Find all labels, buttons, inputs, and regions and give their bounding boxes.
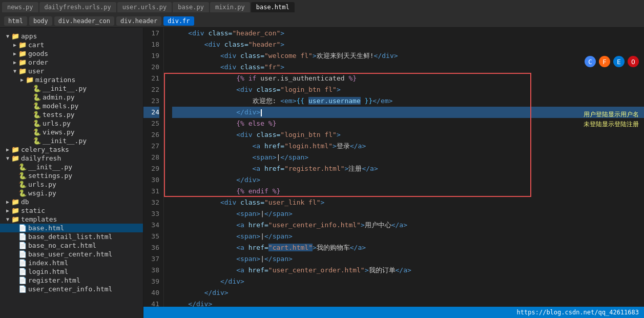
main-area: ▼ 📁 apps ▶ 📁 cart ▶ 📁 goods ▶ 📁 order xyxy=(0,28,644,318)
sidebar-item-login-html[interactable]: 📄 login.html xyxy=(0,267,143,276)
sidebar-item-cart[interactable]: ▶ 📁 cart xyxy=(0,41,143,49)
code-line-40: </div> xyxy=(172,287,644,299)
code-line-36: <a href="cart.html">我的购物车</a> xyxy=(172,242,644,253)
sidebar-item-tests-py[interactable]: 🐍 tests.py xyxy=(0,110,143,119)
sidebar-item-init-py-user[interactable]: 🐍 __init__.py xyxy=(0,84,143,93)
status-url: https://blog.csdn.net/qq_42611683 xyxy=(517,309,639,316)
code-editor[interactable]: C F E O 17 18 19 20 21 22 23 24 25 26 27… xyxy=(143,28,644,318)
code-line-23: 欢迎您: <em>{{ user.username }}</em> xyxy=(172,95,644,107)
firefox-icon: F xyxy=(599,56,610,67)
sidebar-item-celery[interactable]: ▶ 📁 celery_tasks xyxy=(0,145,143,154)
tab-bar: news.py dailyfresh.urls.py user.urls.py … xyxy=(0,0,644,14)
line-numbers: 17 18 19 20 21 22 23 24 25 26 27 28 29 3… xyxy=(143,28,164,307)
chrome-icon: C xyxy=(585,56,596,67)
code-line-25: {% else %} xyxy=(172,118,644,129)
sidebar-item-apps[interactable]: ▼ 📁 apps xyxy=(0,32,143,41)
sidebar-item-templates[interactable]: ▼ 📁 templates xyxy=(0,215,143,224)
code-content[interactable]: 17 18 19 20 21 22 23 24 25 26 27 28 29 3… xyxy=(143,28,644,307)
sidebar-item-index-html[interactable]: 📄 index.html xyxy=(0,259,143,267)
sidebar-item-db[interactable]: ▶ 📁 db xyxy=(0,197,143,206)
sidebar-item-order[interactable]: ▶ 📁 order xyxy=(0,58,143,67)
code-lines[interactable]: 用户登陆显示用户名 未登陆显示登陆注册 <div class="header_c… xyxy=(164,28,644,307)
sidebar-item-user[interactable]: ▼ 📁 user xyxy=(0,67,143,75)
code-line-30: </div> xyxy=(172,174,644,186)
code-line-17: <div class="header_con"> xyxy=(172,28,644,39)
sidebar-item-goods[interactable]: ▶ 📁 goods xyxy=(0,49,143,58)
tab-base-py[interactable]: base.py xyxy=(173,2,209,12)
tab-user-urls[interactable]: user.urls.py xyxy=(117,2,172,12)
sidebar-item-base-user-center[interactable]: 📄 base_user_center.html xyxy=(0,250,143,259)
sidebar-item-base-no-cart[interactable]: 📄 base_no_cart.html xyxy=(0,241,143,250)
sidebar-item-views-py[interactable]: 🐍 views.py xyxy=(0,128,143,136)
sidebar-item-static[interactable]: ▶ 📁 static xyxy=(0,206,143,215)
tab-base-html[interactable]: base.html xyxy=(251,2,295,12)
code-line-32: <div class="user_link fl"> xyxy=(172,197,644,208)
tab-dailyfresh-urls[interactable]: dailyfresh.urls.py xyxy=(39,2,116,12)
code-line-21: {% if user.is_authenticated %} xyxy=(172,73,644,84)
code-line-26: <div class="login_btn fl"> xyxy=(172,129,644,141)
sidebar-item-wsgi[interactable]: 🐍 wsgi.py xyxy=(0,189,143,197)
sidebar-item-base-html[interactable]: 📄 base.html xyxy=(0,224,143,232)
code-line-24: </div> xyxy=(172,107,644,118)
browser-icons: C F E O xyxy=(585,56,639,67)
code-line-18: <div class="header"> xyxy=(172,39,644,50)
code-line-35: <span>|</span> xyxy=(172,231,644,242)
opera-icon: O xyxy=(628,56,639,67)
code-line-34: <a href="user_center_info.html">用户中心</a> xyxy=(172,220,644,231)
sidebar: ▼ 📁 apps ▶ 📁 cart ▶ 📁 goods ▶ 📁 order xyxy=(0,28,143,318)
breadcrumb-header-con[interactable]: div.header_con xyxy=(54,16,114,26)
tab-mixin-py[interactable]: mixin.py xyxy=(210,2,250,12)
sidebar-item-user-center-info[interactable]: 📄 user_center_info.html xyxy=(0,285,143,293)
code-line-41: </div> xyxy=(172,299,644,307)
code-line-19: <div class="welcome fl">欢迎来到天天生鲜!</div> xyxy=(172,50,644,62)
code-line-31: {% endif %} xyxy=(172,186,644,197)
code-line-20: <div class="fr"> xyxy=(172,62,644,73)
annotation-line1: 用户登陆显示用户名 xyxy=(584,110,639,120)
sidebar-item-dailyfresh[interactable]: ▼ 📁 dailyfresh xyxy=(0,154,143,163)
tab-news-py[interactable]: news.py xyxy=(2,2,38,12)
status-bar: https://blog.csdn.net/qq_42611683 xyxy=(143,307,644,318)
code-line-22: <div class="login_btn fl"> xyxy=(172,84,644,95)
sidebar-item-migrations[interactable]: ▶ 📁 migrations xyxy=(0,75,143,84)
annotation-box: 用户登陆显示用户名 未登陆显示登陆注册 xyxy=(584,110,639,129)
sidebar-item-register-html[interactable]: 📄 register.html xyxy=(0,276,143,285)
sidebar-item-urls-py-user[interactable]: 🐍 urls.py xyxy=(0,119,143,128)
code-line-37: <span>|</span> xyxy=(172,253,644,265)
breadcrumb-html[interactable]: html xyxy=(4,16,27,26)
code-line-39: </div> xyxy=(172,276,644,287)
edge-icon: E xyxy=(613,56,625,67)
breadcrumb-header[interactable]: div.header xyxy=(116,16,161,26)
code-line-28: <span>|</span> xyxy=(172,152,644,163)
sidebar-item-settings[interactable]: 🐍 settings.py xyxy=(0,171,143,180)
code-line-38: <a href="user_center_order.html">我的订单</a… xyxy=(172,265,644,276)
sidebar-item-base-detail[interactable]: 📄 base_detail_list.html xyxy=(0,232,143,241)
breadcrumb-bar: html body div.header_con div.header div.… xyxy=(0,14,644,28)
sidebar-item-init2-py[interactable]: 🐍 __init__.py xyxy=(0,136,143,145)
sidebar-item-admin-py[interactable]: 🐍 admin.py xyxy=(0,93,143,102)
code-line-27: <a href="login.html">登录</a> xyxy=(172,141,644,152)
breadcrumb-fr[interactable]: div.fr xyxy=(163,16,194,26)
sidebar-item-models-py[interactable]: 🐍 models.py xyxy=(0,102,143,110)
annotation-line2: 未登陆显示登陆注册 xyxy=(584,120,639,129)
sidebar-item-init-df[interactable]: 🐍 __init__.py xyxy=(0,163,143,171)
breadcrumb-body[interactable]: body xyxy=(29,16,52,26)
code-line-33: <span>|</span> xyxy=(172,208,644,220)
sidebar-item-urls-df[interactable]: 🐍 urls.py xyxy=(0,180,143,189)
code-line-29: <a href="register.html">注册</a> xyxy=(172,163,644,174)
